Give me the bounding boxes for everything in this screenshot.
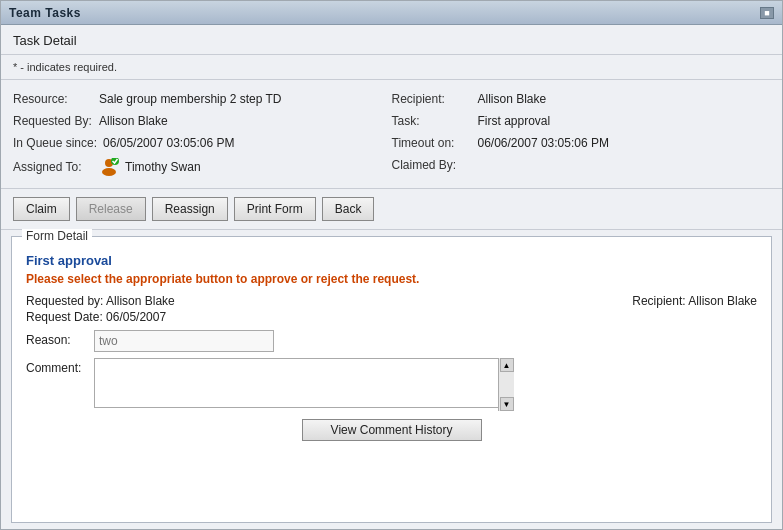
timeout-value: 06/06/2007 03:05:06 PM bbox=[478, 136, 609, 150]
required-note: * - indicates required. bbox=[1, 55, 782, 80]
button-bar: Claim Release Reassign Print Form Back bbox=[1, 189, 782, 230]
form-request-date: Request Date: 06/05/2007 bbox=[26, 310, 166, 324]
assigned-to-value: Timothy Swan bbox=[125, 160, 201, 174]
recipient-label: Recipient: bbox=[392, 92, 472, 106]
detail-left: Resource: Sale group membership 2 step T… bbox=[13, 90, 392, 178]
form-info-row-1: Requested by: Allison Blake Recipient: A… bbox=[26, 294, 757, 308]
claimed-by-row: Claimed By: bbox=[392, 156, 771, 174]
form-requested-by: Requested by: Allison Blake bbox=[26, 294, 175, 308]
form-requested-by-value: Allison Blake bbox=[106, 294, 175, 308]
scroll-down-arrow[interactable]: ▼ bbox=[500, 397, 514, 411]
form-recipient: Recipient: Allison Blake bbox=[632, 294, 757, 308]
in-queue-label: In Queue since: bbox=[13, 136, 97, 150]
textarea-scrollbar: ▲ ▼ bbox=[498, 358, 514, 411]
requested-by-label: Requested By: bbox=[13, 114, 93, 128]
claimed-by-label: Claimed By: bbox=[392, 158, 472, 172]
claim-button[interactable]: Claim bbox=[13, 197, 70, 221]
window-icon[interactable]: ■ bbox=[760, 7, 774, 19]
reason-input[interactable] bbox=[94, 330, 274, 352]
resource-row: Resource: Sale group membership 2 step T… bbox=[13, 90, 392, 108]
form-info-row-2: Request Date: 06/05/2007 bbox=[26, 310, 757, 324]
title-bar: Team Tasks ■ bbox=[1, 1, 782, 25]
svg-point-1 bbox=[102, 168, 116, 176]
view-comment-history-button[interactable]: View Comment History bbox=[302, 419, 482, 441]
required-note-text: * - indicates required. bbox=[13, 61, 117, 73]
in-queue-value: 06/05/2007 03:05:06 PM bbox=[103, 136, 234, 150]
task-row: Task: First approval bbox=[392, 112, 771, 130]
section-header: Task Detail bbox=[1, 25, 782, 55]
recipient-row: Recipient: Allison Blake bbox=[392, 90, 771, 108]
timeout-row: Timeout on: 06/06/2007 03:05:06 PM bbox=[392, 134, 771, 152]
form-detail-legend: Form Detail bbox=[22, 229, 92, 243]
task-value: First approval bbox=[478, 114, 551, 128]
window-title: Team Tasks bbox=[9, 6, 81, 20]
assigned-to-label: Assigned To: bbox=[13, 160, 93, 174]
form-detail-inner: First approval Please select the appropr… bbox=[12, 237, 771, 453]
form-title: First approval bbox=[26, 253, 757, 268]
form-subtitle: Please select the appropriate button to … bbox=[26, 272, 757, 286]
recipient-value: Allison Blake bbox=[478, 92, 547, 106]
print-form-button[interactable]: Print Form bbox=[234, 197, 316, 221]
comment-label: Comment: bbox=[26, 358, 86, 375]
main-content: Task Detail * - indicates required. Reso… bbox=[1, 25, 782, 529]
comment-wrapper: ▲ ▼ bbox=[94, 358, 514, 411]
scroll-up-arrow[interactable]: ▲ bbox=[500, 358, 514, 372]
resource-label: Resource: bbox=[13, 92, 93, 106]
form-requested-by-label: Requested by: bbox=[26, 294, 103, 308]
release-button[interactable]: Release bbox=[76, 197, 146, 221]
main-window: Team Tasks ■ Task Detail * - indicates r… bbox=[0, 0, 783, 530]
in-queue-row: In Queue since: 06/05/2007 03:05:06 PM bbox=[13, 134, 392, 152]
back-button[interactable]: Back bbox=[322, 197, 375, 221]
detail-section: Resource: Sale group membership 2 step T… bbox=[1, 80, 782, 189]
reason-label: Reason: bbox=[26, 330, 86, 347]
form-request-date-label: Request Date: bbox=[26, 310, 103, 324]
task-label: Task: bbox=[392, 114, 472, 128]
detail-right: Recipient: Allison Blake Task: First app… bbox=[392, 90, 771, 178]
comment-textarea[interactable] bbox=[94, 358, 514, 408]
timeout-label: Timeout on: bbox=[392, 136, 472, 150]
resource-value: Sale group membership 2 step TD bbox=[99, 92, 282, 106]
requested-by-row: Requested By: Allison Blake bbox=[13, 112, 392, 130]
form-detail-section: Form Detail First approval Please select… bbox=[11, 236, 772, 523]
form-recipient-value: Allison Blake bbox=[688, 294, 757, 308]
form-recipient-label: Recipient: bbox=[632, 294, 685, 308]
comment-row: Comment: ▲ ▼ bbox=[26, 358, 757, 411]
requested-by-value: Allison Blake bbox=[99, 114, 168, 128]
task-detail-label: Task Detail bbox=[13, 33, 77, 48]
reason-row: Reason: bbox=[26, 330, 757, 352]
form-request-date-value: 06/05/2007 bbox=[106, 310, 166, 324]
avatar-icon bbox=[99, 158, 119, 176]
assigned-to-row: Assigned To: Timothy Swan bbox=[13, 156, 392, 178]
reassign-button[interactable]: Reassign bbox=[152, 197, 228, 221]
